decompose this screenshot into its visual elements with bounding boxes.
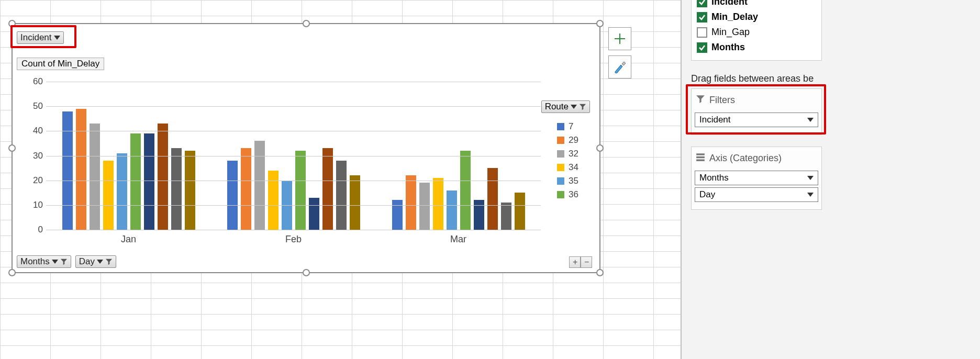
chevron-down-icon [97,260,103,264]
bar[interactable] [433,178,443,230]
bar[interactable] [309,198,319,230]
resize-handle[interactable] [8,269,16,276]
gridline [46,230,541,230]
bar[interactable] [501,203,511,230]
bar[interactable] [158,124,168,230]
resize-handle[interactable] [303,20,310,27]
legend-swatch [557,191,564,198]
axis-field-button-months[interactable]: Months [17,255,71,268]
bar[interactable] [487,168,498,230]
funnel-icon [60,258,68,265]
legend-swatch [557,164,564,171]
report-filter-button[interactable]: Incident [17,31,64,44]
axis-field-label: Day [699,189,715,200]
bar[interactable] [336,161,347,230]
bar[interactable] [350,175,360,230]
chart-elements-button[interactable] [608,27,631,50]
bar[interactable] [130,133,141,230]
bar[interactable] [268,171,279,230]
svg-rect-3 [696,156,705,158]
field-list-label: Incident [711,0,748,7]
filters-field-item[interactable]: Incident [695,113,818,127]
y-tick-label: 60 [24,76,43,87]
legend-item[interactable]: 29 [557,135,578,145]
bar[interactable] [227,161,238,230]
funnel-icon [696,94,705,106]
field-list-label: Min_Gap [711,27,750,38]
funnel-icon [105,258,113,265]
x-tick-label: Mar [432,234,485,245]
field-list-item[interactable]: Incident [696,0,817,9]
axis-field-label: Months [699,173,729,183]
chart-legend[interactable]: 72932343536 [557,118,578,203]
bar[interactable] [185,151,195,230]
field-list-item[interactable]: Months [696,40,817,55]
svg-rect-4 [696,160,705,161]
resize-handle[interactable] [8,144,16,152]
axis-field-button-day[interactable]: Day [75,255,116,268]
gridline [46,106,541,107]
plot-area[interactable]: 0102030405060JanFebMar [46,82,541,230]
checkbox-checked-icon[interactable] [697,12,707,23]
filters-area[interactable]: Filters Incident [691,88,822,135]
legend-item[interactable]: 34 [557,162,578,173]
bar[interactable] [447,190,457,230]
bar[interactable] [171,148,182,230]
chart-styles-button[interactable] [608,55,631,78]
axis-area-title: Axis (Categories) [709,153,782,164]
checkbox-checked-icon[interactable] [697,0,707,7]
y-tick-label: 10 [24,200,43,210]
chart-object[interactable]: Incident Count of Min_Delay 010203040506… [12,23,600,273]
zoom-in-button[interactable]: + [569,256,581,268]
axis-field-item[interactable]: Day [695,187,818,202]
resize-handle[interactable] [303,269,310,276]
bar[interactable] [254,141,265,230]
bar[interactable] [76,109,86,230]
chevron-down-icon [52,260,58,264]
checkbox-checked-icon[interactable] [697,42,707,53]
bar[interactable] [241,148,251,230]
legend-label: 36 [569,189,578,200]
resize-handle[interactable] [8,20,16,27]
bar[interactable] [90,124,100,230]
chevron-down-icon [807,176,814,180]
drag-hint-text: Drag fields between areas be [691,73,971,84]
y-tick-label: 50 [24,101,43,111]
axis-area[interactable]: Axis (Categories) Months Day [691,147,822,210]
field-list-item[interactable]: Min_Delay [696,9,817,25]
bar[interactable] [406,175,416,230]
bar[interactable] [62,111,73,230]
bar[interactable] [419,183,430,230]
field-list-label: Min_Delay [711,12,758,23]
legend-filter-button[interactable]: Route [541,100,590,113]
legend-swatch [557,177,564,185]
brush-icon [612,60,627,74]
legend-label: 32 [569,149,578,159]
resize-handle[interactable] [596,269,604,276]
legend-item[interactable]: 32 [557,149,578,159]
y-tick-label: 40 [24,126,43,136]
legend-item[interactable]: 7 [557,121,578,132]
legend-item[interactable]: 36 [557,189,578,200]
resize-handle[interactable] [596,20,604,27]
gridline [46,131,541,131]
legend-label: 7 [569,121,573,132]
zoom-out-button[interactable]: − [581,256,592,268]
axis-field-item[interactable]: Months [695,171,818,185]
bar[interactable] [515,193,525,230]
bar[interactable] [117,153,127,230]
bar[interactable] [322,148,333,230]
checkbox-unchecked-icon[interactable] [697,27,707,38]
field-list-item[interactable]: Min_Gap [696,25,817,40]
gridline [46,205,541,206]
bar[interactable] [460,151,471,230]
axis-icon [696,152,705,164]
bar[interactable] [295,151,306,230]
y-tick-label: 30 [24,151,43,161]
bar[interactable] [144,133,154,230]
legend-item[interactable]: 35 [557,176,578,186]
value-field-label[interactable]: Count of Min_Delay [17,58,104,70]
chevron-down-icon [54,36,60,40]
resize-handle[interactable] [596,144,604,152]
bar[interactable] [103,161,114,230]
